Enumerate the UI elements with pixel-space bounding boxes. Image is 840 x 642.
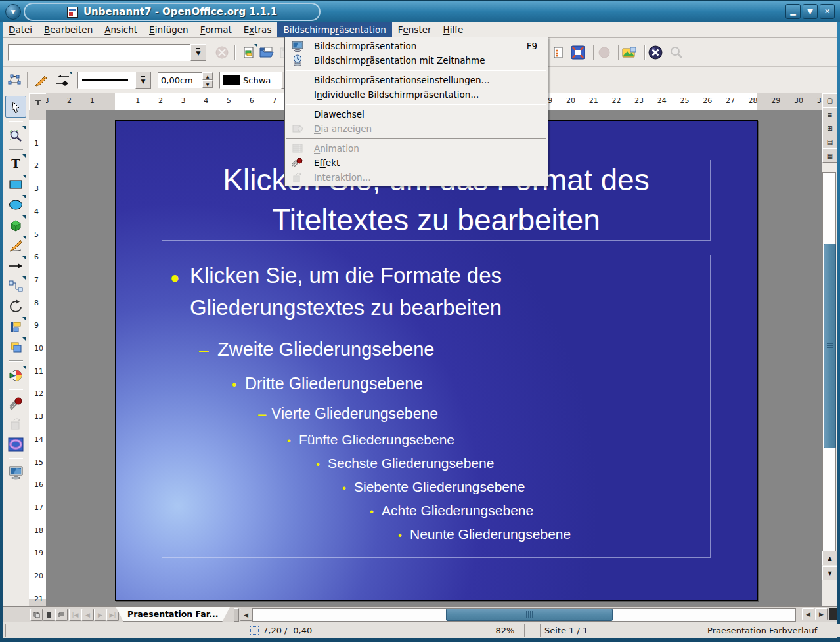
vertical-ruler[interactable]: 123456789101112131415161718192021 — [29, 110, 47, 607]
arrow-style-icon[interactable] — [54, 71, 72, 89]
curve-tool-button[interactable] — [6, 235, 26, 255]
menu-item-zeitnahme[interactable]: Bildschirmpräsentation mit Zeitnahme — [285, 53, 548, 68]
menu-extras[interactable]: Extras — [238, 22, 278, 37]
edit-file-icon[interactable] — [549, 43, 567, 62]
hscroll-left-button[interactable]: ◀ — [240, 609, 252, 621]
close-button[interactable]: ✕ — [820, 4, 835, 19]
text-tool-button[interactable]: T — [6, 154, 26, 174]
vertical-scroll-track[interactable] — [822, 172, 836, 551]
slide-page[interactable]: Klicken Sie, um das Format des Titeltext… — [115, 120, 758, 601]
presentation-button[interactable] — [6, 462, 26, 482]
first-slide-button[interactable]: |◀ — [69, 609, 81, 621]
status-page-cell: Seite 1 / 1 — [540, 624, 708, 637]
minimize-button[interactable]: ▁ — [785, 4, 801, 19]
main-toolbar: T — [3, 93, 30, 607]
menu-item-diawechsel[interactable]: Diawechsel — [285, 107, 548, 121]
hscroll-right-button[interactable]: ▶ — [815, 608, 828, 620]
edit-points-icon[interactable] — [5, 71, 24, 89]
effects-tool-button[interactable] — [6, 393, 26, 414]
hruler-number: 5 — [227, 96, 231, 105]
rotate-tool-button[interactable] — [6, 296, 26, 316]
hruler-number: 20 — [566, 96, 575, 105]
navigator-icon[interactable] — [646, 43, 665, 62]
horizontal-scroll-track[interactable] — [252, 608, 796, 622]
slide-tab[interactable]: Praesentation Far... — [116, 607, 230, 622]
open-document-icon[interactable] — [257, 43, 276, 62]
tab-splitter[interactable] — [234, 608, 239, 622]
connector-tool-button[interactable] — [6, 276, 26, 296]
master-mode-button[interactable] — [43, 609, 55, 621]
line-width-spinner: ▲ ▼ — [158, 72, 213, 89]
ellipse-tool-button[interactable] — [6, 194, 26, 215]
lines-arrows-tool-button[interactable] — [6, 255, 26, 276]
gallery-icon[interactable] — [620, 43, 638, 62]
url-input[interactable] — [8, 44, 190, 61]
line-width-down-button[interactable]: ▼ — [202, 80, 213, 88]
outline-level-3: •Dritte Gliederungsebene — [162, 372, 710, 396]
menu-hilfe[interactable]: Hilfe — [437, 22, 470, 37]
menu-item-dia-anzeigen: Dia anzeigen — [285, 121, 548, 136]
ruler-origin-box[interactable] — [29, 93, 47, 112]
outline-placeholder[interactable]: ●Klicken Sie, um die Formate des Glieder… — [162, 255, 711, 558]
vruler-number: 18 — [34, 526, 43, 534]
zoom-page-icon[interactable] — [569, 43, 587, 62]
live-mode-icon — [595, 43, 613, 62]
status-zoom-cell[interactable]: 82% — [481, 624, 529, 637]
notes-view-button[interactable]: ▤ — [822, 135, 837, 149]
window-menu-button[interactable]: ▼ — [5, 4, 21, 20]
insert-object-button[interactable] — [6, 365, 26, 385]
menu-format[interactable]: Format — [194, 22, 238, 37]
horizontal-scroll-thumb[interactable] — [446, 609, 613, 621]
line-width-input[interactable] — [158, 72, 202, 88]
menu-fenster[interactable]: Fenster — [392, 22, 437, 37]
line-color-field[interactable]: Schwa — [219, 72, 281, 89]
animation-icon — [292, 142, 303, 154]
vruler-number: 17 — [34, 503, 43, 511]
drawing-view-button[interactable]: ▢ — [822, 93, 837, 108]
menu-einfuegen[interactable]: Einfügen — [143, 22, 194, 37]
menu-item-individuelle[interactable]: Individuelle Bildschirmpräsentation... — [285, 87, 548, 102]
outline-text: Sechste Gliederungsebene — [328, 454, 494, 473]
new-document-icon[interactable] — [239, 43, 257, 62]
menu-bearbeiten[interactable]: Bearbeiten — [38, 22, 99, 37]
select-tool-button[interactable] — [5, 96, 26, 118]
hscroll-left-button-2[interactable]: ◀ — [802, 608, 814, 620]
menu-bildschirmpraesentation[interactable]: Bildschirmpräsentation — [277, 22, 391, 37]
url-dropdown-button[interactable]: ▼ — [190, 44, 206, 61]
handout-view-button[interactable]: ▦ — [822, 148, 837, 163]
arrange-tool-button[interactable] — [6, 337, 26, 357]
maximize-button[interactable]: ▼ — [803, 4, 818, 19]
layer-mode-button[interactable] — [55, 609, 68, 621]
vertical-scroll-thumb[interactable] — [824, 244, 836, 448]
last-slide-button[interactable]: ▶| — [106, 609, 119, 621]
rectangle-tool-button[interactable] — [6, 174, 26, 194]
menu-ansicht[interactable]: Ansicht — [99, 22, 143, 37]
scroll-up-button[interactable]: ▲ — [822, 551, 837, 565]
outline-view-button[interactable]: ≣ — [822, 107, 837, 121]
previous-slide-button[interactable]: ◀ — [81, 609, 94, 621]
next-slide-button[interactable]: ▶ — [94, 609, 106, 621]
line-style-field[interactable] — [77, 72, 135, 89]
hruler-number: 7 — [272, 96, 276, 105]
slides-view-button[interactable]: ⊞ — [822, 121, 837, 135]
pen-icon[interactable] — [32, 71, 50, 89]
menu-item-effekt[interactable]: Effekt — [285, 156, 548, 170]
alignment-tool-button[interactable] — [6, 316, 26, 337]
menu-separator — [285, 136, 548, 141]
hruler-number: 29 — [771, 96, 780, 105]
line-width-up-button[interactable]: ▲ — [202, 72, 213, 80]
line-style-dropdown-button[interactable]: ▼ — [135, 72, 151, 89]
scroll-down-button[interactable]: ▼ — [822, 566, 837, 580]
hruler-number: 24 — [657, 96, 667, 105]
3d-controller-button[interactable] — [6, 434, 26, 454]
hruler-number: 3 — [46, 96, 49, 105]
menu-item-bildschirmpraesentation[interactable]: Bildschirmpräsentation F9 — [285, 39, 548, 53]
zoom-tool-button[interactable] — [6, 125, 26, 146]
3d-objects-tool-button[interactable] — [6, 215, 26, 235]
outline-text: Neunte Gliederungsebene — [410, 524, 571, 544]
menu-item-einstellungen[interactable]: Bildschirmpräsentationseinstellungen... — [285, 73, 548, 87]
hruler-number: 3 — [181, 96, 186, 105]
page-mode-button[interactable] — [30, 609, 43, 621]
window-title: Unbenannt7 - OpenOffice.org 1.1.1 — [83, 6, 277, 18]
menu-datei[interactable]: Datei — [3, 22, 38, 37]
